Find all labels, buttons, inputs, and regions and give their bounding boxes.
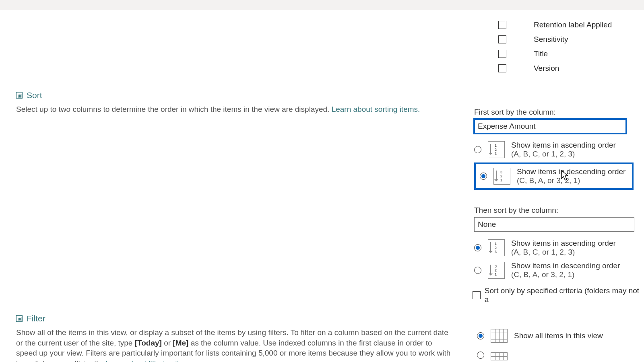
first-sort-label: First sort by the column: [474,108,643,117]
asc-line1b: Show items in ascending order [511,239,616,248]
first-desc-radio[interactable] [480,173,487,180]
column-row-retention: Retention label Applied [498,18,612,32]
asc-line2: (A, B, C, or 1, 2, 3) [511,150,616,158]
filtered-items-icon [491,352,508,360]
sort-asc-icon: 123 [488,239,505,256]
column-checkbox-title[interactable] [498,50,506,58]
first-asc-text: Show items in ascending order (A, B, C, … [511,141,616,158]
learn-filter-link[interactable]: Learn about filtering items. [105,359,196,362]
sort-desc-icon: 123 [488,262,505,279]
filter-title: Filter [27,314,45,323]
collapse-icon[interactable]: ▣ [16,315,23,322]
first-asc-option[interactable]: 123 Show items in ascending order (A, B,… [474,141,643,158]
filter-second-option[interactable] [477,350,644,360]
column-label: Title [534,49,548,58]
second-sort-value: None [478,220,496,229]
second-asc-text: Show items in ascending order (A, B, C, … [511,239,616,257]
sort-desc-icon: 123 [493,168,510,185]
first-asc-radio[interactable] [474,146,481,153]
first-desc-option[interactable]: 123 Show items in descending order (C, B… [474,162,634,190]
filter-panel: Show all items in this view [477,324,644,360]
filter-showall-radio[interactable] [477,332,484,339]
second-desc-text: Show items in descending order (C, B, A,… [511,261,620,279]
second-desc-option[interactable]: 123 Show items in descending order (C, B… [474,261,643,279]
second-asc-radio[interactable] [474,244,481,251]
second-sort-label: Then sort by the column: [474,206,643,215]
collapse-icon[interactable]: ▣ [16,92,23,99]
desc-line1b: Show items in descending order [511,261,620,270]
all-items-icon [491,329,508,343]
sort-heading[interactable]: ▣ Sort [16,90,455,100]
filter-me: [Me] [173,339,188,347]
second-sort-select[interactable]: None [474,217,634,232]
desc-line2: (C, B, A, or 3, 2, 1) [517,176,625,185]
filter-heading[interactable]: ▣ Filter [16,314,455,323]
first-sort-value: Expense Amount [478,122,536,131]
sort-panel: First sort by the column: Expense Amount… [474,108,643,304]
sort-asc-icon: 123 [488,141,505,158]
filter-section: ▣ Filter Show all of the items in this v… [16,314,455,362]
filter-showall-label: Show all items in this view [514,331,603,340]
filter-second-radio[interactable] [477,352,484,359]
column-checkbox-sensitivity[interactable] [498,35,506,43]
first-sort-select[interactable]: Expense Amount [474,119,626,134]
top-bar [0,0,644,10]
filter-today: [Today] [135,339,162,347]
column-checkbox-version[interactable] [498,64,506,72]
sort-description: Select up to two columns to determine th… [16,104,455,115]
sort-section: ▣ Sort Select up to two columns to deter… [16,90,455,115]
first-desc-text: Show items in descending order (C, B, A,… [517,167,625,185]
sort-only-label: Sort only by specified criteria (folders… [485,286,643,304]
desc-line2b: (C, B, A, or 3, 2, 1) [511,270,620,279]
column-row-title: Title [498,47,612,61]
sort-title: Sort [27,90,42,100]
sort-desc-text: Select up to two columns to determine th… [16,105,332,113]
second-asc-option[interactable]: 123 Show items in ascending order (A, B,… [474,239,643,257]
column-checkbox-retention[interactable] [498,21,506,29]
sort-only-checkbox[interactable] [473,291,481,299]
desc-line1: Show items in descending order [517,167,625,176]
asc-line2b: (A, B, C, or 1, 2, 3) [511,248,616,257]
sort-only-row: Sort only by specified criteria (folders… [473,286,643,304]
filter-description: Show all of the items in this view, or d… [16,327,455,362]
column-label: Retention label Applied [534,21,612,29]
column-label: Version [534,64,559,73]
column-row-version: Version [498,61,612,76]
second-desc-radio[interactable] [474,267,481,274]
filter-showall-option[interactable]: Show all items in this view [477,329,644,343]
column-row-sensitivity: Sensitivity [498,32,612,47]
asc-line1: Show items in ascending order [511,141,616,150]
column-label: Sensitivity [534,35,568,44]
column-checkbox-list: Retention label Applied Sensitivity Titl… [498,18,612,76]
learn-sort-link[interactable]: Learn about sorting items. [332,105,420,113]
filter-or: or [162,339,173,347]
